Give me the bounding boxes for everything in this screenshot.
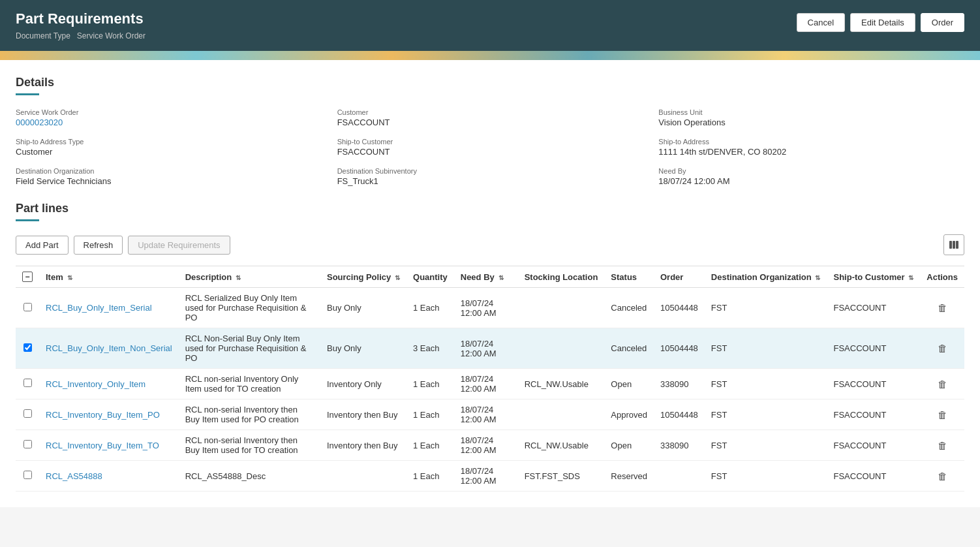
row-destination-org-3: FST [705,399,827,430]
th-status: Status [604,266,654,288]
detail-value-7: FS_Truck1 [337,176,643,186]
th-destination_org[interactable]: Destination Organization ⇅ [705,266,827,288]
row-sourcing-policy-2: Inventory Only [320,369,406,399]
row-actions-0: 🗑 [920,288,964,328]
row-stocking-location-5: FST.FST_SDS [518,461,605,492]
details-grid: Service Work Order0000023020CustomerFSAC… [16,108,964,186]
detail-label-3: Ship-to Address Type [16,138,322,146]
row-item-2[interactable]: RCL_Inventory_Only_Item [39,369,179,399]
select-all-toggle[interactable]: − [22,272,33,282]
row-status-1: Canceled [604,328,654,369]
row-checkbox-1[interactable] [23,343,32,352]
row-description-3: RCL non-serial Inventory then Buy Item u… [179,399,320,430]
row-checkbox-5[interactable] [23,471,32,479]
row-checkbox-0[interactable] [23,303,32,311]
row-order-3: 10504448 [654,399,705,430]
header-left: Part Requirements Document Type Service … [16,10,145,40]
delete-row-button-1[interactable]: 🗑 [938,343,947,354]
th-ship_to_customer[interactable]: Ship-to Customer ⇅ [827,266,920,288]
row-stocking-location-2: RCL_NW.Usable [518,369,605,399]
row-description-5: RCL_AS54888_Desc [179,461,320,492]
row-destination-org-4: FST [705,430,827,461]
row-status-2: Open [604,369,654,399]
detail-field-2: Business UnitVision Operations [658,108,964,127]
sort-icon-destination_org: ⇅ [814,274,821,281]
detail-value-2: Vision Operations [658,117,964,127]
detail-label-6: Destination Organization [16,167,322,175]
row-actions-2: 🗑 [920,369,964,399]
row-description-2: RCL non-serial Inventory Only Item used … [179,369,320,399]
row-order-4: 338090 [654,430,705,461]
detail-field-6: Destination OrganizationField Service Te… [16,167,322,186]
add-part-button[interactable]: Add Part [16,236,69,255]
update-requirements-button[interactable]: Update Requirements [128,236,230,255]
row-checkbox-2[interactable] [23,379,32,387]
sort-icon-need_by: ⇅ [497,274,504,281]
row-sourcing-policy-1: Buy Only [320,328,406,369]
row-quantity-1: 3 Each [406,328,454,369]
row-destination-org-5: FST [705,461,827,492]
detail-value-0[interactable]: 0000023020 [16,117,322,127]
detail-value-3: Customer [16,147,322,157]
row-quantity-5: 1 Each [406,461,454,492]
table-row: RCL_Inventory_Only_ItemRCL non-serial In… [16,369,964,399]
sort-icon-description: ⇅ [234,274,241,281]
delete-row-button-5[interactable]: 🗑 [938,471,947,482]
banner-strip [0,51,980,60]
detail-label-2: Business Unit [658,108,964,116]
table-row: RCL_AS54888RCL_AS54888_Desc1 Each18/07/2… [16,461,964,492]
row-destination-org-1: FST [705,328,827,369]
columns-icon-button[interactable] [943,234,964,255]
row-order-2: 338090 [654,369,705,399]
row-ship-to-customer-3: FSACCOUNT [827,399,920,430]
detail-label-7: Destination Subinventory [337,167,643,175]
row-checkbox-4[interactable] [23,440,32,448]
th-checkbox: − [16,266,39,288]
row-status-0: Canceled [604,288,654,328]
delete-row-button-4[interactable]: 🗑 [938,440,947,451]
delete-row-button-3[interactable]: 🗑 [938,409,947,420]
th-quantity: Quantity [406,266,454,288]
row-item-3[interactable]: RCL_Inventory_Buy_Item_PO [39,399,179,430]
row-description-1: RCL Non-Serial Buy Only Item used for Pu… [179,328,320,369]
row-item-5[interactable]: RCL_AS54888 [39,461,179,492]
delete-row-button-2[interactable]: 🗑 [938,379,947,390]
row-ship-to-customer-1: FSACCOUNT [827,328,920,369]
sort-icon-ship_to_customer: ⇅ [907,274,914,281]
row-stocking-location-4: RCL_NW.Usable [518,430,605,461]
th-sourcing_policy[interactable]: Sourcing Policy ⇅ [320,266,406,288]
detail-label-1: Customer [337,108,643,116]
row-quantity-4: 1 Each [406,430,454,461]
th-description[interactable]: Description ⇅ [179,266,320,288]
row-item-1[interactable]: RCL_Buy_Only_Item_Non_Serial [39,328,179,369]
columns-icon [949,240,959,250]
row-sourcing-policy-5 [320,461,406,492]
delete-row-button-0[interactable]: 🗑 [938,302,947,313]
row-ship-to-customer-5: FSACCOUNT [827,461,920,492]
row-status-4: Open [604,430,654,461]
table-row: RCL_Buy_Only_Item_Non_SerialRCL Non-Seri… [16,328,964,369]
detail-label-4: Ship-to Customer [337,138,643,146]
sort-icon-sourcing_policy: ⇅ [393,274,400,281]
th-need_by[interactable]: Need By ⇅ [454,266,518,288]
row-actions-4: 🗑 [920,430,964,461]
refresh-button[interactable]: Refresh [74,236,123,255]
th-item[interactable]: Item ⇅ [39,266,179,288]
sort-icon-item: ⇅ [65,274,72,281]
row-checkbox-cell-3 [16,399,39,430]
detail-field-7: Destination SubinventoryFS_Truck1 [337,167,643,186]
row-destination-org-0: FST [705,288,827,328]
order-button[interactable]: Order [921,13,964,32]
row-checkbox-cell-4 [16,430,39,461]
row-item-4[interactable]: RCL_Inventory_Buy_Item_TO [39,430,179,461]
row-checkbox-3[interactable] [23,409,32,418]
detail-label-5: Ship-to Address [658,138,964,146]
detail-value-4: FSACCOUNT [337,147,643,157]
row-item-0[interactable]: RCL_Buy_Only_Item_Serial [39,288,179,328]
cancel-button[interactable]: Cancel [797,13,845,32]
row-sourcing-policy-4: Inventory then Buy [320,430,406,461]
row-order-5 [654,461,705,492]
edit-details-button[interactable]: Edit Details [850,13,915,32]
details-section-title: Details [16,76,964,89]
row-need-by-4: 18/07/24 12:00 AM [454,430,518,461]
